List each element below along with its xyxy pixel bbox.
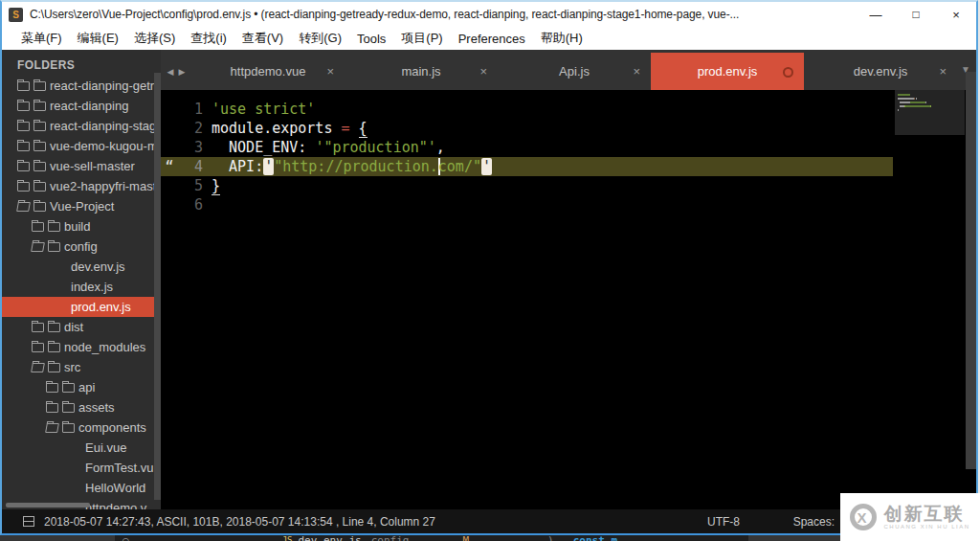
sidebar-vertical-scrollbar[interactable] [154, 73, 161, 500]
tab-close-icon[interactable]: × [326, 65, 334, 78]
tab-api-js[interactable]: Api.js× [498, 53, 651, 90]
tab-next-icon[interactable]: ▶ [179, 67, 186, 77]
sidebar-folder-dist[interactable]: dist [2, 317, 161, 337]
watermark-logo-icon: X [850, 504, 877, 530]
sidebar-file-helloworld[interactable]: HelloWorld [2, 478, 161, 498]
tab-dev-env-js[interactable]: dev.env.js× [804, 53, 957, 90]
menu-item-e[interactable]: 编辑(E) [70, 30, 126, 47]
menu-item-preferences[interactable]: Preferences [451, 32, 533, 46]
menu-item-p[interactable]: 项目(P) [393, 30, 450, 47]
sidebar-folder-vue-sell-master[interactable]: vue-sell-master [2, 156, 161, 176]
maximize-button[interactable]: □ [896, 3, 936, 26]
menu-item-s[interactable]: 选择(S) [126, 30, 183, 47]
tab-prod-env-js[interactable]: prod.env.js [651, 53, 804, 90]
sidebar-file-index-js[interactable]: index.js [2, 277, 161, 297]
sidebar-item-label: Vue-Project [50, 199, 114, 214]
minimap-line [930, 105, 931, 107]
tab-close-icon[interactable]: × [479, 65, 487, 78]
status-encoding[interactable]: UTF-8 [707, 515, 740, 529]
folder-closed-icon [32, 323, 44, 332]
tab-nav-arrows: ◀ ▶ [161, 53, 191, 90]
minimap-line [925, 101, 926, 103]
folder-icon [48, 363, 60, 372]
editor-column: ◀ ▶ httpdemo.vue×main.js×Api.js×prod.env… [161, 50, 976, 509]
minimize-button[interactable]: — [856, 3, 896, 26]
code-line-5[interactable]: 5} [161, 176, 976, 195]
sidebar-folder-react-dianping[interactable]: react-dianping [2, 96, 161, 116]
code-line-3[interactable]: 3 NODE_ENV: '"production"', [161, 138, 976, 157]
sidebar-folder-react-dianping-getr[interactable]: react-dianping-getr [2, 76, 161, 96]
menu-item-f[interactable]: 菜单(F) [13, 30, 70, 47]
sidebar-item-label: httpdemo.v [85, 501, 146, 509]
code-token: 'use strict' [212, 101, 315, 118]
sidebar-horizontal-scrollbar[interactable] [6, 503, 90, 507]
folder-icon [33, 142, 46, 151]
bg-token-file: dev.env.js [298, 535, 361, 541]
menu-item-tools[interactable]: Tools [349, 32, 393, 46]
sidebar-folder-vue-project[interactable]: Vue-Project [2, 196, 161, 216]
sidebar-folder-assets[interactable]: assets [2, 397, 161, 417]
tab-label: httpdemo.vue [191, 64, 345, 79]
sublime-window: S C:\Users\zero\Vue-Project\config\prod.… [0, 0, 978, 535]
tab-close-icon[interactable]: × [633, 65, 640, 78]
tabs-container: httpdemo.vue×main.js×Api.js×prod.env.jsd… [191, 53, 957, 90]
sidebar-item-label: Eui.vue [85, 440, 126, 455]
sidebar-folder-build[interactable]: build [2, 216, 161, 237]
sidebar-folder-vue2-happyfri-maste[interactable]: vue2-happyfri-maste [2, 176, 161, 196]
sidebar-file-dev-env-js[interactable]: dev.env.js [2, 257, 161, 277]
sidebar-folder-src[interactable]: src [2, 357, 161, 377]
background-window-strip[interactable]: ○JSdev.env.jsconfigM)const m [0, 535, 980, 541]
menu-item-h[interactable]: 帮助(H) [533, 30, 590, 47]
code-token: ' [263, 158, 274, 175]
code-editor[interactable]: 1'use strict'2module.exports = {3 NODE_E… [161, 90, 976, 509]
menu-item-i[interactable]: 查找(i) [183, 30, 234, 47]
panel-toggle-icon[interactable] [23, 516, 34, 527]
minimap-line [900, 101, 910, 103]
minimap[interactable] [895, 90, 965, 135]
code-token: module.exports [212, 120, 341, 137]
code-line-6[interactable]: 6 [161, 195, 976, 214]
sidebar-file-prod-env-js[interactable]: prod.env.js [2, 297, 161, 317]
sidebar-file-eui-vue[interactable]: Eui.vue [2, 438, 161, 458]
folder-icon [33, 81, 46, 91]
folder-open-icon [16, 202, 31, 212]
folder-icon [48, 323, 60, 332]
folder-icon [33, 182, 46, 192]
status-indent[interactable]: Spaces: [793, 515, 835, 529]
sidebar-folder-node-modules[interactable]: node_modules [2, 337, 161, 357]
tab-label: dev.env.js [804, 64, 957, 79]
code-token: "http://production. [274, 158, 438, 175]
code-line-4[interactable]: “4 API:'"http://production.com/"' [161, 157, 893, 176]
tab-bar: ◀ ▶ httpdemo.vue×main.js×Api.js×prod.env… [161, 50, 976, 90]
tab-main-js[interactable]: main.js× [345, 53, 498, 90]
tab-dirty-icon[interactable] [783, 67, 793, 78]
code-line-2[interactable]: 2module.exports = { [161, 119, 976, 138]
code-text: module.exports = { [212, 120, 368, 137]
gutter-change-icon: “ [161, 162, 178, 171]
line-number: 2 [178, 120, 203, 137]
code-text: 'use strict' [212, 101, 315, 118]
code-line-1[interactable]: 1'use strict' [161, 100, 976, 119]
editor-scrollbar[interactable] [966, 72, 976, 469]
tab-close-icon[interactable]: × [939, 65, 947, 78]
folder-icon [33, 162, 46, 171]
sidebar-folder-config[interactable]: config [2, 237, 161, 257]
folder-closed-icon [17, 122, 30, 131]
menu-item-v[interactable]: 查看(V) [234, 30, 291, 47]
menu-item-g[interactable]: 转到(G) [291, 30, 349, 47]
sidebar-folder-react-dianping-stag[interactable]: react-dianping-stag [2, 116, 161, 136]
sidebar-folder-api[interactable]: api [2, 377, 161, 397]
sidebar-item-label: HelloWorld [85, 481, 145, 495]
watermark-subtitle: CHUANG XIN HU LIAN [883, 524, 969, 530]
tab-prev-icon[interactable]: ◀ [167, 67, 174, 77]
bg-token-js: JS [282, 535, 293, 541]
sidebar-item-label: vue-sell-master [50, 159, 135, 173]
sidebar-item-label: react-dianping-stag [50, 119, 156, 133]
sidebar-item-label: FormTest.vu [85, 461, 154, 475]
close-button[interactable]: × [936, 3, 976, 26]
sidebar-folder-components[interactable]: components [2, 417, 161, 438]
sidebar-folder-vue-demo-kugou-m[interactable]: vue-demo-kugou-m [2, 136, 161, 156]
minimap-line [898, 109, 899, 111]
sidebar-file-formtest-vu[interactable]: FormTest.vu [2, 458, 161, 478]
tab-httpdemo-vue[interactable]: httpdemo.vue× [191, 53, 345, 90]
